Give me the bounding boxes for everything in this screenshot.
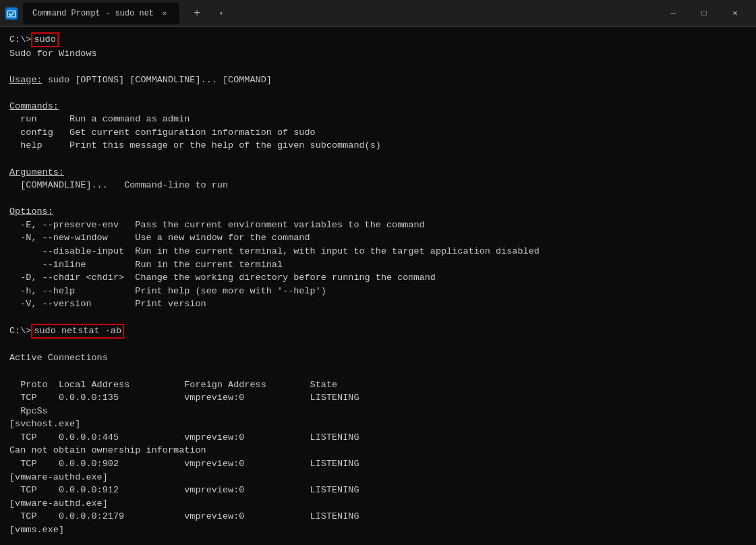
table-row-5: TCP 0.0.0.0:2179 vmpreview:0 LISTENING (9, 510, 747, 523)
close-button[interactable]: ✕ (720, 3, 751, 24)
table-row-3: TCP 0.0.0.0:902 vmpreview:0 LISTENING (9, 457, 747, 471)
opt-help: -h, --help Print help (see more with '--… (9, 285, 747, 298)
arguments-header: Arguments: (9, 166, 747, 179)
table-row-1-exe: [svchost.exe] (9, 418, 747, 431)
commands-header: Commands: (9, 100, 747, 113)
command-line-2: C:\>sudo netstat -ab (9, 324, 747, 339)
titlebar: Command Prompt - sudo net ✕ + ▾ ─ □ ✕ (0, 0, 756, 27)
terminal-output[interactable]: C:\>sudo Sudo for Windows Usage: sudo [O… (0, 27, 756, 545)
table-row-1-svc: RpcSs (9, 405, 747, 418)
empty-line-2 (9, 86, 747, 100)
usage-label: Usage: (9, 75, 42, 85)
opt-inline: --inline Run in the current terminal (9, 258, 747, 272)
empty-line-7 (9, 365, 747, 378)
new-tab-button[interactable]: + (187, 4, 206, 23)
cmd-run: run Run a command as admin (9, 113, 747, 126)
opt-preserve-env: -E, --preserve-env Pass the current envi… (9, 219, 747, 232)
empty-line-1 (9, 60, 747, 74)
maximize-button[interactable]: □ (689, 3, 720, 24)
titlebar-left: Command Prompt - sudo net ✕ + ▾ (5, 3, 658, 24)
terminal-window: Command Prompt - sudo net ✕ + ▾ ─ □ ✕ C:… (0, 0, 756, 545)
tab-dropdown-button[interactable]: ▾ (212, 4, 231, 23)
commands-label: Commands: (9, 101, 59, 111)
active-connections-header: Active Connections (9, 351, 747, 365)
tab-title: Command Prompt - sudo net (32, 9, 154, 18)
arguments-label: Arguments: (9, 167, 64, 177)
cmd-config: config Get current configuration informa… (9, 126, 747, 140)
options-header: Options: (9, 205, 747, 219)
usage-line: Usage: sudo [OPTIONS] [COMMANDLINE]... [… (9, 74, 747, 87)
table-header: Proto Local Address Foreign Address Stat… (9, 378, 747, 392)
opt-disable-input: --disable-input Run in the current termi… (9, 245, 747, 258)
cmd-help: help Print this message or the help of t… (9, 139, 747, 152)
minimize-button[interactable]: ─ (658, 3, 689, 24)
empty-line-3 (9, 152, 747, 166)
sudo-highlight: sudo (31, 32, 58, 47)
table-row-2: TCP 0.0.0.0:445 vmpreview:0 LISTENING (9, 431, 747, 444)
table-row-5-exe: [vmms.exe] (9, 523, 747, 537)
empty-line-5 (9, 311, 747, 324)
opt-new-window: -N, --new-window Use a new window for th… (9, 231, 747, 245)
table-row-1: TCP 0.0.0.0:135 vmpreview:0 LISTENING (9, 391, 747, 405)
empty-line-6 (9, 339, 747, 352)
active-tab[interactable]: Command Prompt - sudo net ✕ (23, 3, 179, 24)
table-row-4: TCP 0.0.0.0:912 vmpreview:0 LISTENING (9, 484, 747, 497)
options-label: Options: (9, 206, 53, 217)
table-row-3-exe: [vmware-authd.exe] (9, 471, 747, 484)
output-line-1: Sudo for Windows (9, 47, 747, 61)
app-icon (5, 7, 18, 20)
table-row-4-exe: [vmware-authd.exe] (9, 497, 747, 511)
empty-line-4 (9, 192, 747, 206)
arg-commandline: [COMMANDLINE]... Command-line to run (9, 179, 747, 192)
opt-chdir: -D, --chdir <chdir> Change the working d… (9, 271, 747, 285)
tab-close-button[interactable]: ✕ (159, 8, 170, 19)
table-row-2-info: Can not obtain ownership information (9, 444, 747, 457)
command-line-1: C:\>sudo (9, 32, 747, 47)
opt-version: -V, --version Print version (9, 297, 747, 311)
netstat-highlight: sudo netstat -ab (31, 324, 124, 339)
window-controls: ─ □ ✕ (658, 3, 751, 24)
